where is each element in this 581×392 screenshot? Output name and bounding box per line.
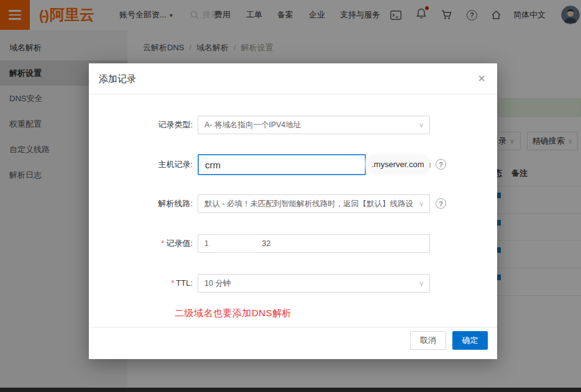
record-type-select[interactable]: A- 将域名指向一个IPV4地址 ∨ bbox=[198, 116, 430, 134]
domain-suffix: .myserver.com bbox=[372, 154, 424, 175]
redaction-artifact bbox=[429, 163, 431, 168]
modal-header: 添加记录 ✕ bbox=[89, 63, 497, 94]
modal-footer: 取消 确定 bbox=[89, 327, 497, 359]
host-record-input[interactable] bbox=[198, 154, 366, 175]
window-bottom-edge bbox=[0, 388, 581, 392]
annotation-note: 二级域名也要添加DNS解析 bbox=[175, 308, 291, 319]
redaction-blur bbox=[211, 239, 261, 248]
record-type-label: 记录类型: bbox=[89, 116, 193, 134]
resolution-line-select[interactable]: 默认 - 必填！未匹配到智能解析线路时，返回【默认】线路设... ∨ bbox=[198, 194, 430, 213]
add-record-modal: 添加记录 ✕ 记录类型: A- 将域名指向一个IPV4地址 ∨ 主机记录: .m… bbox=[89, 63, 497, 359]
chevron-down-icon: ∨ bbox=[419, 275, 424, 292]
host-help-icon[interactable]: ? bbox=[436, 159, 446, 170]
required-asterisk: * bbox=[161, 239, 164, 248]
record-value-end: 32 bbox=[262, 239, 270, 248]
record-value-start: 1. bbox=[204, 239, 211, 248]
close-icon[interactable]: ✕ bbox=[478, 63, 486, 94]
confirm-button[interactable]: 确定 bbox=[452, 331, 488, 350]
resolution-line-label: 解析线路: bbox=[89, 194, 193, 213]
record-value-label: *记录值: bbox=[89, 234, 193, 253]
chevron-down-icon: ∨ bbox=[419, 195, 424, 212]
ttl-select[interactable]: 10 分钟 ∨ bbox=[198, 274, 430, 293]
line-help-icon[interactable]: ? bbox=[436, 198, 446, 209]
cancel-button[interactable]: 取消 bbox=[410, 331, 446, 350]
chevron-down-icon: ∨ bbox=[419, 116, 424, 134]
modal-title: 添加记录 bbox=[99, 63, 136, 94]
required-asterisk: * bbox=[171, 278, 174, 288]
record-value-input[interactable]: 1.32 bbox=[198, 234, 430, 253]
ttl-label: *TTL: bbox=[89, 274, 193, 293]
host-record-label: 主机记录: bbox=[89, 154, 193, 175]
